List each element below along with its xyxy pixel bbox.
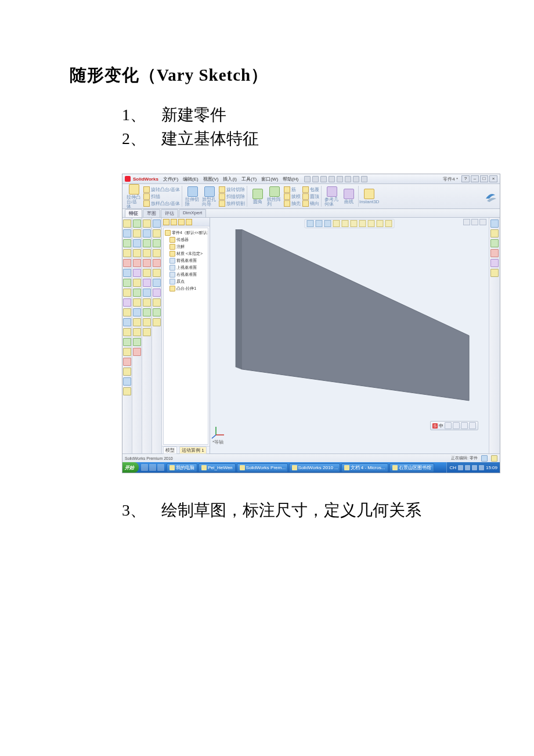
display-style-icon[interactable] [351, 220, 358, 227]
start-button[interactable]: 开始 [122, 462, 139, 473]
tray-icon[interactable] [465, 465, 470, 470]
close-button[interactable]: × [489, 175, 497, 182]
taskpane-appearances-icon[interactable] [490, 259, 499, 267]
tool-icon[interactable] [143, 279, 151, 287]
fm-tab-icon[interactable] [171, 219, 177, 225]
mirror-button[interactable]: 镜向 [302, 200, 319, 207]
taskbar-task[interactable]: 石景山区图书馆 [389, 463, 434, 472]
tool-icon[interactable] [123, 289, 131, 297]
tab-features[interactable]: 特征 [125, 209, 142, 217]
tool-icon[interactable] [133, 328, 141, 336]
taskpane-custom-props-icon[interactable] [490, 269, 499, 277]
taskbar-task[interactable]: SolidWorks 2010 ... [289, 463, 340, 472]
zoom-area-icon[interactable] [316, 220, 323, 227]
ime-icon[interactable] [461, 422, 468, 429]
tool-icon[interactable] [123, 229, 131, 237]
tool-icon[interactable] [133, 348, 141, 356]
tree-node-sensors[interactable]: 传感器 [165, 236, 207, 243]
tool-icon[interactable] [143, 239, 151, 247]
tree-node-origin[interactable]: 原点 [165, 278, 207, 285]
status-icon[interactable] [491, 455, 497, 462]
menu-edit[interactable]: 编辑(E) [183, 176, 199, 182]
maximize-button[interactable]: □ [480, 175, 488, 182]
tool-icon[interactable] [153, 269, 161, 277]
taskpane-resources-icon[interactable] [490, 219, 499, 228]
tool-icon[interactable] [123, 279, 131, 287]
tool-icon[interactable] [143, 259, 151, 267]
tree-node-extrude[interactable]: 凸台-拉伸1 [165, 285, 207, 292]
qat-rebuild-icon[interactable] [361, 176, 367, 182]
tool-icon[interactable] [153, 219, 161, 228]
section-view-icon[interactable] [333, 220, 340, 227]
tool-icon[interactable] [143, 318, 151, 326]
wrap-button[interactable]: 包覆 [302, 186, 319, 193]
tool-icon[interactable] [133, 239, 141, 247]
tray-icon[interactable] [458, 465, 463, 470]
tool-icon[interactable] [143, 298, 151, 307]
tool-icon[interactable] [153, 239, 161, 247]
linear-pattern-button[interactable]: 线性阵列 [267, 186, 282, 207]
tool-icon[interactable] [133, 338, 141, 346]
reference-geometry-button[interactable]: 参考几何体 [324, 186, 340, 207]
tool-icon[interactable] [123, 219, 131, 228]
ime-icon[interactable] [453, 422, 460, 429]
tab-dimxpert[interactable]: DimXpert [179, 209, 206, 217]
fm-tab-icon[interactable] [178, 219, 185, 225]
ime-icon[interactable] [469, 422, 476, 429]
tree-node-material[interactable]: 材质 <未指定> [165, 250, 207, 257]
hole-wizard-button[interactable]: 异型孔向导 [202, 186, 217, 207]
tool-icon[interactable] [123, 328, 131, 336]
view-settings-icon[interactable] [385, 220, 392, 227]
qat-options-icon[interactable] [353, 176, 359, 182]
tray-lang-label[interactable]: CH [449, 465, 456, 470]
taskpane-design-library-icon[interactable] [490, 229, 499, 237]
appearance-icon[interactable] [368, 220, 375, 227]
sweep-cut-button[interactable]: 扫描切除 [219, 193, 245, 200]
tool-icon[interactable] [153, 279, 161, 287]
taskbar-task[interactable]: 我的电脑 [167, 463, 197, 472]
tool-icon[interactable] [123, 387, 131, 395]
qat-undo-icon[interactable] [337, 176, 343, 182]
qat-save-icon[interactable] [320, 176, 327, 182]
shell-button[interactable]: 抽壳 [284, 200, 301, 207]
tree-root[interactable]: 零件4（默认<<默认>_显示状态 [165, 229, 207, 236]
menu-file[interactable]: 文件(F) [163, 176, 178, 182]
taskbar-task[interactable]: SolidWorks Prem... [237, 463, 288, 472]
feature-tree[interactable]: 零件4（默认<<默认>_显示状态 传感器 注解 材质 <未指定> 前视基准面 上… [163, 228, 208, 445]
tool-icon[interactable] [153, 289, 161, 297]
tool-icon[interactable] [123, 358, 131, 366]
ql-icon[interactable] [157, 464, 164, 471]
tab-evaluate[interactable]: 评估 [161, 209, 178, 217]
tool-icon[interactable] [133, 308, 141, 316]
viewport[interactable]: *等轴 S 中 [210, 218, 489, 453]
tray-icon[interactable] [472, 465, 477, 470]
tool-icon[interactable] [153, 249, 161, 257]
hide-show-icon[interactable] [359, 220, 366, 227]
menu-help[interactable]: 帮助(H) [283, 176, 298, 182]
rib-button[interactable]: 筋 [284, 186, 301, 193]
minimize-button[interactable]: – [471, 175, 479, 182]
fm-tab-icon[interactable] [163, 219, 169, 225]
sweep-button[interactable]: 扫描 [143, 193, 180, 200]
tool-icon[interactable] [123, 338, 131, 346]
qat-print-icon[interactable] [329, 176, 335, 182]
menu-view[interactable]: 视图(V) [203, 176, 219, 182]
doc-restore-button[interactable] [471, 219, 478, 225]
tool-icon[interactable] [133, 219, 141, 228]
menu-window[interactable]: 窗口(W) [261, 176, 278, 182]
tool-icon[interactable] [143, 249, 151, 257]
revolve-boss-button[interactable]: 旋转凸台/基体 [143, 186, 180, 193]
taskbar-task[interactable]: Pei_HeWen [199, 463, 236, 472]
scene-icon[interactable] [377, 220, 384, 227]
taskbar-task[interactable]: 文档 4 - Micros... [341, 463, 388, 472]
tree-node-top-plane[interactable]: 上视基准面 [165, 264, 207, 271]
ime-icon[interactable] [445, 422, 452, 429]
tool-icon[interactable] [143, 229, 151, 237]
tool-icon[interactable] [153, 298, 161, 307]
extrude-cut-button[interactable]: 拉伸切除 [185, 186, 200, 207]
taskpane-file-explorer-icon[interactable] [490, 239, 499, 247]
qat-open-icon[interactable] [312, 176, 319, 182]
loft-cut-button[interactable]: 放样切割 [219, 200, 245, 207]
tray-clock[interactable]: 15:09 [486, 465, 497, 470]
view-orientation-icon[interactable] [342, 220, 349, 227]
